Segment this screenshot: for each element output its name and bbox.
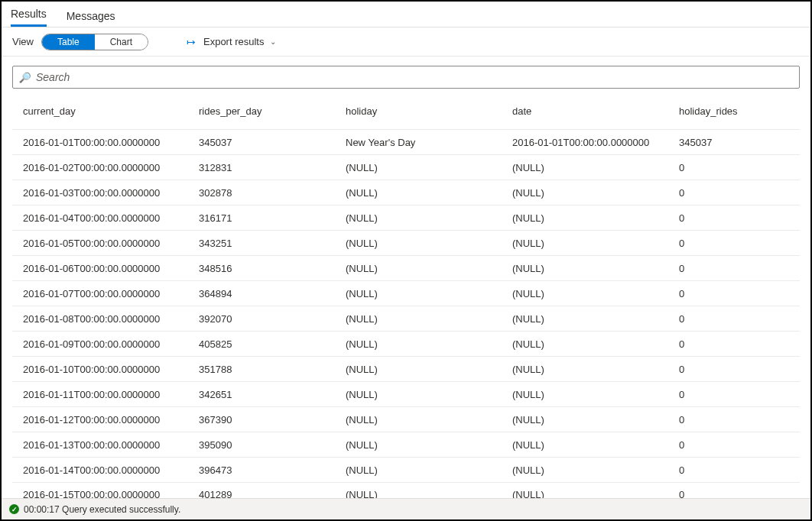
cell: (NULL) [335, 212, 502, 224]
table-row[interactable]: 2016-01-03T00:00:00.0000000302878(NULL)(… [12, 180, 800, 205]
table-row[interactable]: 2016-01-12T00:00:00.0000000367390(NULL)(… [12, 407, 800, 432]
status-text: 00:00:17 Query executed successfully. [24, 504, 180, 515]
cell: (NULL) [502, 464, 668, 476]
cell: 2016-01-05T00:00:00.0000000 [12, 238, 188, 249]
table-row[interactable]: 2016-01-02T00:00:00.0000000312831(NULL)(… [12, 155, 800, 180]
cell: (NULL) [502, 364, 668, 375]
cell: 0 [668, 389, 800, 400]
cell: 2016-01-08T00:00:00.0000000 [12, 313, 188, 325]
cell: 392070 [188, 313, 335, 325]
export-label: Export results [203, 36, 264, 47]
cell: 2016-01-06T00:00:00.0000000 [12, 263, 188, 274]
cell: 345037 [188, 137, 335, 148]
table-row[interactable]: 2016-01-01T00:00:00.0000000345037New Yea… [12, 130, 800, 155]
cell: (NULL) [335, 338, 502, 350]
cell: 2016-01-02T00:00:00.0000000 [12, 162, 188, 173]
cell: 0 [668, 364, 800, 375]
view-toggle: Table Chart [41, 34, 148, 50]
cell: (NULL) [502, 313, 668, 325]
table-header-row: current_day rides_per_day holiday date h… [12, 93, 800, 130]
cell: 2016-01-11T00:00:00.0000000 [12, 389, 188, 400]
table-row[interactable]: 2016-01-14T00:00:00.0000000396473(NULL)(… [12, 458, 800, 483]
cell: (NULL) [502, 389, 668, 400]
cell: (NULL) [335, 313, 502, 325]
export-icon: ↦ [187, 36, 196, 48]
cell: (NULL) [335, 439, 502, 451]
cell: (NULL) [502, 288, 668, 299]
cell: 2016-01-01T00:00:00.0000000 [502, 137, 668, 148]
cell: 342651 [188, 389, 335, 400]
table-row[interactable]: 2016-01-08T00:00:00.0000000392070(NULL)(… [12, 306, 800, 332]
col-current_day[interactable]: current_day [12, 105, 188, 117]
table-row[interactable]: 2016-01-15T00:00:00.0000000401289(NULL)(… [12, 483, 800, 498]
cell: (NULL) [502, 439, 668, 451]
cell: (NULL) [502, 489, 668, 498]
view-toolbar: View Table Chart ↦ Export results ⌄ [2, 28, 810, 57]
cell: 0 [668, 238, 800, 249]
cell: (NULL) [502, 162, 668, 173]
export-results-button[interactable]: ↦ Export results ⌄ [187, 36, 276, 48]
cell: 405825 [188, 338, 335, 350]
cell: 2016-01-01T00:00:00.0000000 [12, 137, 188, 148]
cell: 0 [668, 162, 800, 173]
cell: 2016-01-14T00:00:00.0000000 [12, 464, 188, 476]
cell: 401289 [188, 489, 335, 498]
success-icon: ✓ [9, 504, 19, 514]
cell: (NULL) [335, 414, 502, 426]
cell: (NULL) [502, 238, 668, 249]
cell: 345037 [668, 137, 800, 148]
results-table: current_day rides_per_day holiday date h… [2, 93, 810, 498]
chevron-down-icon: ⌄ [270, 37, 276, 46]
cell: (NULL) [335, 238, 502, 249]
toggle-table[interactable]: Table [42, 34, 95, 50]
cell: (NULL) [335, 464, 502, 476]
cell: (NULL) [335, 389, 502, 400]
cell: (NULL) [502, 263, 668, 274]
cell: (NULL) [502, 338, 668, 350]
cell: 364894 [188, 288, 335, 299]
cell: New Year's Day [335, 137, 502, 148]
col-holiday[interactable]: holiday [335, 105, 502, 117]
table-row[interactable]: 2016-01-13T00:00:00.0000000395090(NULL)(… [12, 432, 800, 458]
cell: (NULL) [502, 212, 668, 224]
table-row[interactable]: 2016-01-05T00:00:00.0000000343251(NULL)(… [12, 231, 800, 256]
search-icon: 🔍 [19, 72, 31, 83]
table-row[interactable]: 2016-01-11T00:00:00.0000000342651(NULL)(… [12, 382, 800, 407]
cell: (NULL) [335, 162, 502, 173]
cell: (NULL) [335, 489, 502, 498]
cell: 0 [668, 338, 800, 350]
col-date[interactable]: date [502, 105, 668, 117]
tab-results[interactable]: Results [11, 2, 47, 27]
table-row[interactable]: 2016-01-07T00:00:00.0000000364894(NULL)(… [12, 281, 800, 306]
col-holiday_rides[interactable]: holiday_rides [668, 105, 800, 117]
cell: 396473 [188, 464, 335, 476]
cell: (NULL) [335, 263, 502, 274]
tab-messages[interactable]: Messages [67, 4, 115, 27]
cell: 351788 [188, 364, 335, 375]
cell: 0 [668, 439, 800, 451]
table-row[interactable]: 2016-01-10T00:00:00.0000000351788(NULL)(… [12, 357, 800, 382]
table-body: 2016-01-01T00:00:00.0000000345037New Yea… [12, 130, 800, 498]
cell: (NULL) [335, 364, 502, 375]
cell: 367390 [188, 414, 335, 426]
table-row[interactable]: 2016-01-09T00:00:00.0000000405825(NULL)(… [12, 332, 800, 357]
cell: 0 [668, 288, 800, 299]
cell: 2016-01-10T00:00:00.0000000 [12, 364, 188, 375]
col-rides_per_day[interactable]: rides_per_day [188, 105, 335, 117]
toggle-chart[interactable]: Chart [95, 34, 148, 50]
cell: 2016-01-03T00:00:00.0000000 [12, 187, 188, 199]
cell: 2016-01-12T00:00:00.0000000 [12, 414, 188, 426]
cell: (NULL) [335, 187, 502, 199]
search-bar[interactable]: 🔍 [12, 66, 800, 89]
cell: 0 [668, 414, 800, 426]
status-bar: ✓ 00:00:17 Query executed successfully. [2, 498, 810, 519]
cell: 2016-01-09T00:00:00.0000000 [12, 338, 188, 350]
search-input[interactable] [36, 71, 793, 83]
table-row[interactable]: 2016-01-04T00:00:00.0000000316171(NULL)(… [12, 205, 800, 231]
cell: 316171 [188, 212, 335, 224]
cell: (NULL) [502, 414, 668, 426]
cell: 343251 [188, 238, 335, 249]
cell: 2016-01-15T00:00:00.0000000 [12, 489, 188, 498]
cell: 2016-01-13T00:00:00.0000000 [12, 439, 188, 451]
table-row[interactable]: 2016-01-06T00:00:00.0000000348516(NULL)(… [12, 256, 800, 281]
